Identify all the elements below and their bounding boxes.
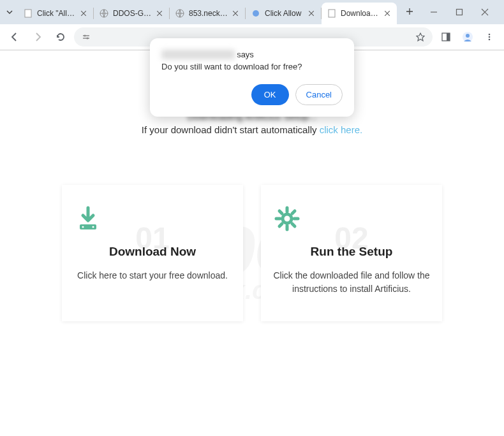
forward-button[interactable] (28, 27, 47, 47)
svg-rect-5 (457, 10, 463, 15)
tab-title: Download Ready (341, 9, 380, 18)
site-settings-icon[interactable] (80, 31, 92, 43)
svg-rect-4 (329, 10, 335, 17)
tab-title: 853.neckloveham (189, 9, 228, 18)
svg-point-14 (489, 39, 491, 41)
tab-ddos-guard[interactable]: DDOS-GUARD (94, 3, 169, 24)
subheadline: If your download didn't start automatica… (0, 124, 504, 135)
js-dialog: ████████████ says Do you still want to d… (150, 38, 354, 117)
tab-title: Click Allow (265, 9, 304, 18)
card-title: Download Now (73, 245, 232, 259)
new-tab-button[interactable] (401, 3, 419, 20)
close-icon[interactable] (383, 9, 392, 18)
svg-point-12 (489, 34, 491, 36)
globe-icon (99, 8, 109, 18)
back-button[interactable] (5, 27, 24, 47)
svg-rect-0 (25, 10, 31, 17)
ok-button[interactable]: OK (251, 84, 289, 105)
reload-button[interactable] (51, 27, 70, 47)
dialog-message: Do you still want to download for free? (161, 62, 343, 71)
doc-icon (327, 8, 337, 18)
svg-point-6 (84, 35, 86, 37)
dialog-box: ████████████ says Do you still want to d… (150, 38, 354, 117)
origin-blurred: ████████████ (161, 50, 235, 59)
tab-download-ready[interactable]: Download Ready (322, 3, 397, 24)
globe-icon (175, 8, 185, 18)
close-icon[interactable] (155, 9, 164, 18)
tab-necklovehan[interactable]: 853.neckloveham (170, 3, 245, 24)
svg-line-25 (292, 211, 295, 214)
star-icon[interactable] (415, 31, 426, 43)
svg-point-17 (93, 226, 94, 228)
minimize-button[interactable] (425, 3, 443, 21)
says-text: says (235, 50, 254, 59)
click-here-link[interactable]: click here. (320, 124, 363, 135)
download-icon (73, 204, 232, 233)
svg-point-18 (283, 214, 292, 223)
svg-rect-9 (447, 33, 450, 41)
close-window-button[interactable] (476, 3, 494, 21)
doc-icon (23, 8, 33, 18)
tab-strip: Click "Allow" DDOS-GUARD 853.neckloveham… (18, 3, 419, 24)
close-icon[interactable] (307, 9, 316, 18)
cancel-button[interactable]: Cancel (295, 84, 343, 105)
svg-point-11 (466, 34, 470, 38)
svg-point-3 (253, 10, 259, 17)
gear-icon (272, 204, 431, 233)
profile-icon[interactable] (458, 27, 477, 47)
card-desc: Click here to start your free download. (73, 269, 232, 282)
card-desc: Click the downloaded file and follow the… (272, 269, 431, 296)
tab-title: DDOS-GUARD (113, 9, 152, 18)
close-icon[interactable] (79, 9, 88, 18)
tab-click-allow-2[interactable]: Click Allow (246, 3, 321, 24)
svg-point-13 (489, 36, 491, 38)
svg-point-16 (82, 226, 84, 228)
menu-icon[interactable] (480, 27, 499, 47)
dialog-buttons: OK Cancel (161, 84, 343, 105)
side-panel-icon[interactable] (436, 27, 456, 47)
svg-line-26 (279, 224, 282, 226)
close-icon[interactable] (231, 9, 240, 18)
dialog-origin: ████████████ says (161, 50, 343, 59)
c-icon (251, 8, 261, 18)
svg-line-24 (292, 224, 295, 226)
svg-line-23 (279, 211, 282, 214)
titlebar: Click "Allow" DDOS-GUARD 853.neckloveham… (0, 0, 504, 24)
tab-title: Click "Allow" (37, 9, 77, 18)
window-controls (419, 3, 500, 21)
card-title: Run the Setup (272, 245, 431, 259)
cards-row: 01 Download Now Click here to start your… (0, 185, 504, 321)
card-download-now[interactable]: 01 Download Now Click here to start your… (62, 185, 243, 321)
tab-click-allow-1[interactable]: Click "Allow" (18, 3, 93, 24)
subline-text: If your download didn't start automatica… (142, 124, 320, 135)
tab-search-button[interactable] (4, 4, 15, 20)
svg-point-7 (87, 38, 89, 40)
maximize-button[interactable] (450, 3, 468, 21)
card-run-setup[interactable]: 02 Run the Setup Click the downloaded fi… (261, 185, 442, 321)
